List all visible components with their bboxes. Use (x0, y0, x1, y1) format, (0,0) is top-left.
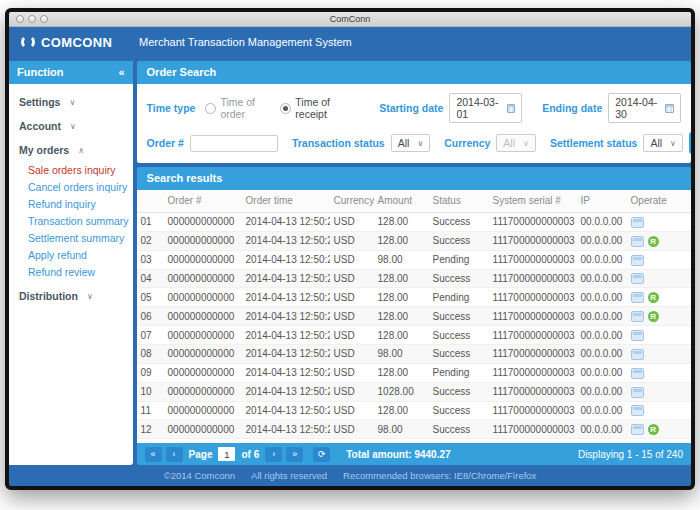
cell-amount: 98.00 (374, 250, 429, 269)
cell-order-time: 2014-04-13 12:50:29 (242, 420, 330, 439)
row-number: 01 (137, 213, 164, 232)
radio-time-of-order[interactable]: Time of order (205, 96, 270, 120)
settlement-status-label: Settlement status (550, 137, 638, 149)
cell-system-serial: 111700000000003 (489, 250, 577, 269)
order-detail-icon[interactable] (631, 368, 644, 379)
cell-currency: USD (330, 307, 374, 326)
page-number-input[interactable] (218, 447, 235, 461)
order-number-input[interactable] (190, 135, 278, 152)
row-number: 05 (137, 288, 164, 307)
transaction-status-select[interactable]: All ∨ (391, 134, 431, 152)
sidebar-group-settings[interactable]: Settings ∨ (19, 96, 129, 108)
cell-order-time: 2014-04-13 12:50:29 (242, 269, 330, 288)
selected-value: All (650, 137, 662, 149)
cell-system-serial: 111700000000003 (489, 326, 577, 345)
cell-amount: 128.00 (374, 269, 429, 288)
refund-icon[interactable]: R (648, 424, 659, 435)
displaying-range: Displaying 1 - 15 of 240 (578, 449, 683, 460)
cell-status: Success (429, 345, 489, 364)
order-detail-icon[interactable] (631, 292, 644, 303)
ending-date-field[interactable]: 2014-04-30 (608, 93, 681, 123)
column-header: Order time (242, 190, 330, 213)
order-detail-icon[interactable] (631, 424, 644, 435)
cell-status: Success (429, 213, 489, 232)
cell-ip: 00.0.0.00 (577, 345, 627, 364)
app-window: ComConn COMCONN Merchant Transaction Man… (5, 8, 695, 490)
sidebar-item-apply-refund[interactable]: Apply refund (28, 249, 129, 261)
cell-order-time: 2014-04-13 12:50:29 (242, 363, 330, 382)
column-header: Operate (627, 190, 691, 213)
sidebar-group-my-orders[interactable]: My orders ∧ (19, 144, 129, 156)
calendar-icon[interactable] (507, 104, 516, 113)
sidebar-item-transaction-summary[interactable]: Transaction summary (28, 215, 129, 227)
order-detail-icon[interactable] (631, 255, 644, 266)
cell-currency: USD (330, 213, 374, 232)
cell-amount: 128.00 (374, 213, 429, 232)
column-header: IP (577, 190, 627, 213)
sidebar-group-account[interactable]: Account ∨ (19, 120, 129, 132)
radio-time-of-receipt[interactable]: Time of receipt (280, 96, 351, 120)
table-row: 120000000000002014-04-13 12:50:29USD98.0… (137, 420, 691, 439)
sidebar-collapse-icon[interactable]: « (118, 66, 124, 78)
row-number: 09 (137, 363, 164, 382)
refresh-icon[interactable]: ⟳ (313, 447, 330, 462)
refund-icon[interactable]: R (648, 311, 659, 322)
row-number: 04 (137, 269, 164, 288)
table-row: 030000000000002014-04-13 12:50:29USD98.0… (137, 250, 691, 269)
cell-ip: 00.0.0.00 (577, 401, 627, 420)
footer-rights: All rights reserved (251, 470, 327, 481)
radio-icon[interactable] (205, 103, 216, 114)
sidebar-item-refund-review[interactable]: Refund review (28, 266, 129, 278)
last-page-button[interactable]: » (286, 447, 303, 462)
window-close-button[interactable] (16, 15, 24, 23)
table-row: 110000000000002014-04-13 12:50:29USD128.… (137, 401, 691, 420)
radio-selected-icon[interactable] (280, 103, 291, 114)
cell-system-serial: 111700000000003 (489, 345, 577, 364)
column-header (137, 190, 164, 213)
cell-operate (627, 269, 691, 288)
sidebar-header: Function « (9, 61, 133, 84)
refund-icon[interactable]: R (648, 292, 659, 303)
order-search-body: Time type Time of order Time of receipt … (137, 84, 691, 163)
first-page-button[interactable]: « (145, 447, 162, 462)
pagination-bar: « ‹ Page of 6 › » ⟳ Total amount: 9440.2… (137, 443, 691, 465)
cell-system-serial: 111700000000003 (489, 288, 577, 307)
cell-order-number: 000000000000 (164, 420, 242, 439)
window-zoom-button[interactable] (40, 15, 48, 23)
sidebar-item-cancel-orders-inquiry[interactable]: Cancel orders inquiry (28, 181, 129, 193)
sidebar-nav: Settings ∨ Account ∨ My orders ∧ Sale or… (9, 84, 133, 314)
brand-name: COMCONN (41, 35, 112, 50)
calendar-icon[interactable] (665, 104, 674, 113)
order-detail-icon[interactable] (631, 330, 644, 341)
row-number: 02 (137, 231, 164, 250)
prev-page-button[interactable]: ‹ (166, 447, 183, 462)
sidebar-item-refund-inquiry[interactable]: Refund inquiry (28, 198, 129, 210)
starting-date-field[interactable]: 2014-03-01 (449, 93, 522, 123)
order-detail-icon[interactable] (631, 311, 644, 322)
refund-icon[interactable]: R (648, 236, 659, 247)
order-detail-icon[interactable] (631, 349, 644, 360)
sidebar-item-settlement-summary[interactable]: Settlement summary (28, 232, 129, 244)
next-page-button[interactable]: › (265, 447, 282, 462)
window-minimize-button[interactable] (28, 15, 36, 23)
order-detail-icon[interactable] (631, 405, 644, 416)
app-body: Function « Settings ∨ Account ∨ My order… (9, 57, 691, 465)
window-controls (16, 15, 48, 23)
settlement-status-select[interactable]: All ∨ (643, 134, 683, 152)
cell-currency: USD (330, 231, 374, 250)
column-header: Order # (164, 190, 242, 213)
sidebar: Function « Settings ∨ Account ∨ My order… (9, 61, 133, 465)
sidebar-item-sale-orders-inquiry[interactable]: Sale orders inquiry (28, 164, 129, 176)
order-detail-icon[interactable] (631, 217, 644, 228)
search-button[interactable]: Search (689, 132, 695, 154)
cell-ip: 00.0.0.00 (577, 288, 627, 307)
cell-currency: USD (330, 269, 374, 288)
cell-amount: 128.00 (374, 288, 429, 307)
order-detail-icon[interactable] (631, 236, 644, 247)
order-detail-icon[interactable] (631, 387, 644, 398)
sidebar-group-distribution[interactable]: Distribution ∨ (19, 290, 129, 302)
results-table: Order #Order timeCurrencyAmountStatusSys… (137, 190, 691, 443)
order-detail-icon[interactable] (631, 273, 644, 284)
cell-status: Success (429, 382, 489, 401)
order-search-title: Order Search (137, 61, 691, 84)
